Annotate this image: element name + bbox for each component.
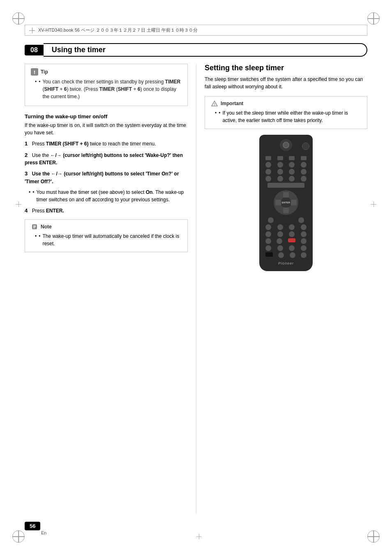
remote-top-btn-row [263,156,309,160]
remote-circ-12 [301,176,307,182]
remote-circ-26 [265,245,271,251]
remote-btn-row-3 [263,176,309,182]
edge-mark-left-mid [16,201,21,207]
svg-rect-1 [34,71,35,73]
svg-rect-8 [214,103,215,105]
tip-label: Tip [41,69,48,75]
chapter-header: 08 Using the timer [25,43,367,57]
svg-rect-6 [33,228,35,228]
remote-nav-up [283,192,289,198]
remote-control: ENTER [259,135,313,271]
page-number-box: 56 [25,522,40,530]
tip-box: Tip • You can check the timer settings i… [25,64,188,106]
remote-enter-label: ENTER [282,201,290,204]
remote-btn-row-7 [263,245,309,251]
remote-circ-9 [265,176,271,182]
note-header: Note [31,223,182,230]
remote-circ-27 [277,245,283,251]
important-icon [211,100,218,107]
remote-circ-23 [265,238,271,244]
remote-circ-2 [277,162,283,168]
remote-circ-5 [265,169,271,175]
step-3-number: 3 [25,170,30,177]
remote-circ-19 [265,231,271,237]
important-content: • If you set the sleep timer while eithe… [215,109,361,124]
remote-circ-25 [301,238,307,244]
remote-nav-left [275,200,281,205]
remote-circ-16 [277,224,283,230]
remote-circ-8 [301,169,307,175]
remote-sensor-inner [283,142,289,148]
remote-nav-right [291,200,297,205]
wake-up-section-title: Turning the wake-up timer on/off [25,113,188,120]
important-label: Important [221,101,243,106]
remote-circ-14 [298,217,304,223]
step-1-number: 1 [25,140,30,147]
tip-header: Tip [31,68,182,76]
remote-btn-row-1 [263,162,309,168]
tip-bullet: • You can check the timer settings in st… [35,78,182,100]
remote-circ-13 [268,217,274,223]
step-1-text: Press TIMER (SHIFT + 6) twice to reach t… [32,141,156,147]
step-2-text: Use the ←/→ (cursor left/right) buttons … [25,152,183,166]
chapter-title: Using the timer [44,43,367,57]
page-lang: En [41,530,46,535]
bottom-center-mark [196,534,202,539]
remote-wide-btn [267,183,304,188]
left-column: Tip • You can check the timer settings i… [25,64,196,514]
remote-circ-4 [301,162,307,168]
remote-shift-btn [265,252,273,257]
step-4: 4 Press ENTER. [25,207,188,215]
note-content: • The wake-up timer will automatically b… [35,233,182,247]
step-2: 2 Use the ←/→ (cursor left/right) button… [25,151,188,167]
remote-sensor [280,139,292,151]
remote-circ-30 [278,252,284,258]
remote-circ-18 [301,224,307,230]
right-column: Setting the sleep timer The sleep timer … [196,64,367,514]
svg-rect-2 [34,73,35,74]
header-bar: XV-HTD340.book 56 ページ ２００３年１２月２７日 土曜日 午前… [25,25,367,36]
step-3: 3 Use the ←/→ (cursor left/right) button… [25,170,188,185]
important-box: Important • If you set the sleep timer w… [205,96,367,129]
reg-mark-top-right [367,12,380,25]
header-bar-text: XV-HTD340.book 56 ページ ２００３年１２月２７日 土曜日 午前… [38,27,198,33]
remote-btn-row-below-nav [263,217,309,223]
note-text: The wake-up timer will automatically be … [42,233,182,247]
remote-btn-line [301,156,307,160]
remote-circ-24 [277,238,282,244]
remote-circ-1 [265,162,271,168]
step-4-text: Press ENTER. [32,208,64,214]
chapter-number: 08 [25,45,44,55]
step-1: 1 Press TIMER (SHIFT + 6) twice to reach… [25,140,188,148]
remote-circ-3 [289,162,295,168]
remote-btn-tv [289,156,295,160]
remote-btn-row-2 [263,169,309,175]
remote-circ-32 [301,252,307,258]
remote-circ-29 [301,245,307,251]
important-header: Important [211,100,361,107]
reg-mark-bottom-left [12,530,25,543]
step-3-sub: • You must have the timer set (see above… [29,189,188,203]
remote-btn-timer [277,156,283,160]
remote-btn-row-5 [263,231,309,237]
header-crosshair-icon [29,28,35,33]
step-2-number: 2 [25,152,30,158]
remote-btn-source [265,156,271,160]
remote-circ-20 [277,231,283,237]
edge-mark-right-mid [371,201,376,207]
step-3-sub-text: You must have the timer set (see above) … [36,189,188,203]
remote-nav-down [283,207,289,213]
note-box: Note • The wake-up timer will automatica… [25,219,188,252]
remote-nav-cluster: ENTER [274,190,298,215]
remote-enter-btn: ENTER [281,197,291,208]
remote-btn-row-8 [263,252,309,258]
remote-circ-15 [265,224,271,230]
remote-circ-21 [289,231,295,237]
content-area: Tip • You can check the timer settings i… [25,64,367,514]
wake-up-section-intro: If the wake-up timer is on, it will swit… [25,122,188,136]
tip-icon [31,68,38,76]
remote-circ-11 [289,176,295,182]
step-4-number: 4 [25,207,30,214]
reg-mark-bottom-right [367,530,380,543]
sleep-timer-title: Setting the sleep timer [205,64,367,72]
